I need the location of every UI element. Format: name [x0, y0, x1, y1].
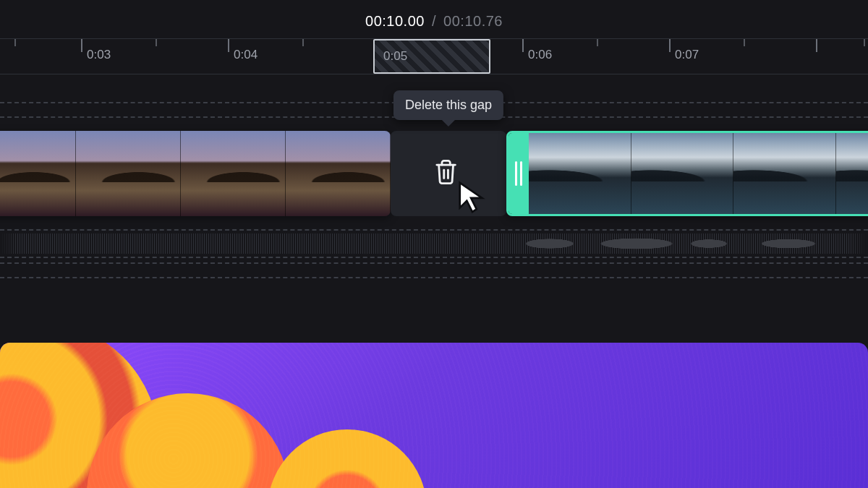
clip-thumbnail [76, 131, 181, 216]
clip-thumbnail [836, 133, 869, 214]
video-clip-left[interactable] [0, 131, 391, 216]
clip-thumbnail [631, 133, 734, 214]
ruler-tick-major [816, 39, 817, 74]
ruler-tick-label: 0:03 [87, 48, 111, 62]
audio-waveform [0, 234, 868, 254]
ruler-tick-major: 0:07 [669, 39, 671, 74]
timecode-display: 00:10.00 / 00:10.76 [0, 0, 868, 38]
clip-thumbnail [0, 131, 76, 216]
ruler-tick-minor [156, 39, 157, 46]
tooltip-label: Delete this gap [405, 98, 492, 112]
timeline-gap[interactable]: Delete this gap [391, 131, 506, 216]
timecode-duration: 00:10.76 [443, 13, 503, 29]
ruler-tick-major: 0:04 [228, 39, 229, 74]
clip-thumbnail [529, 133, 631, 214]
ruler-tick-minor [14, 39, 16, 46]
clip-thumbnail [181, 131, 286, 216]
decorative-blob [0, 343, 159, 488]
ruler-tick-label: 0:07 [675, 48, 699, 62]
delete-gap-tooltip: Delete this gap [393, 90, 503, 120]
decorative-blob [87, 393, 289, 488]
cursor-pointer-icon [456, 180, 489, 216]
timeline-tracks: Delete this gap [0, 102, 868, 278]
playhead-selection[interactable]: 0:05 [373, 39, 490, 74]
ruler-tick-minor [302, 39, 304, 46]
video-track-row[interactable]: Delete this gap [0, 131, 868, 216]
empty-track-row[interactable] [0, 262, 868, 278]
ruler-tick-major: 0:03 [81, 39, 82, 74]
ruler-tick-major: 0:06 [522, 39, 524, 74]
video-clip-right-selected[interactable] [506, 131, 868, 216]
timeline-ruler[interactable]: 0:03 0:04 0:05 0:06 0:07 [0, 38, 868, 74]
preview-panel [0, 343, 868, 488]
ruler-tick-minor [864, 39, 865, 46]
trash-icon[interactable] [434, 158, 459, 189]
timecode-separator: / [432, 13, 436, 29]
ruler-tick-minor [744, 39, 745, 46]
ruler-tick-label: 0:05 [383, 49, 407, 64]
clip-thumbnail [733, 133, 836, 214]
ruler-tick-label: 0:06 [528, 48, 552, 62]
ruler-tick-minor [597, 39, 598, 46]
audio-track-row[interactable] [0, 229, 868, 258]
decorative-blob [268, 429, 427, 488]
timecode-current: 00:10.00 [365, 13, 425, 29]
clip-drag-handle-icon[interactable] [509, 133, 529, 214]
clip-thumbnail [286, 131, 391, 216]
ruler-tick-label: 0:04 [234, 48, 258, 62]
